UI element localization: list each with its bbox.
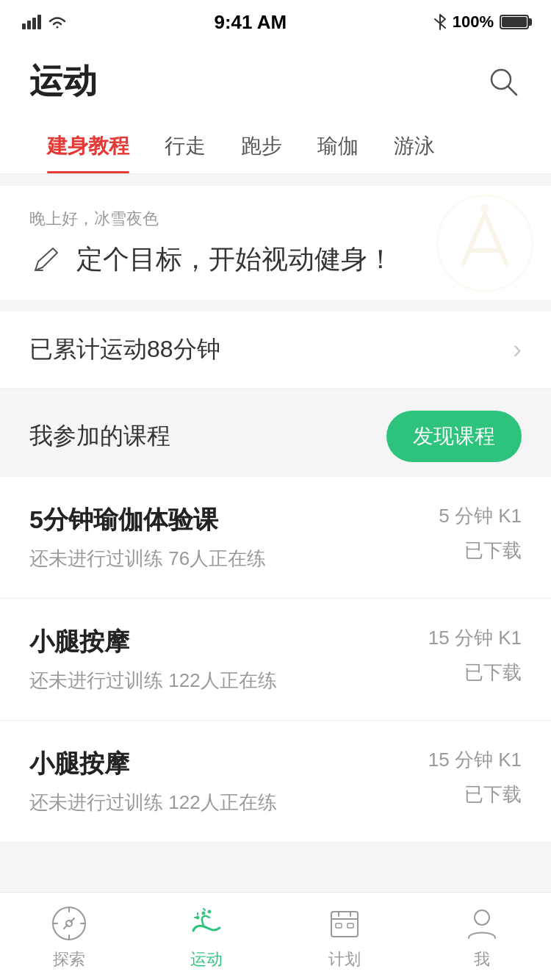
main-content: 晚上好，冰雪夜色 定个目标，开始视动健身！ 已累计运动88分钟 ›	[0, 186, 551, 938]
page-title: 运动	[29, 59, 97, 104]
course-duration: 5 分钟 K1	[439, 503, 522, 529]
tab-youyong[interactable]: 游泳	[376, 119, 453, 173]
course-name: 5分钟瑜伽体验课	[29, 503, 424, 537]
svg-point-5	[480, 203, 489, 212]
tab-xingzou[interactable]: 行走	[147, 119, 223, 173]
discover-courses-button[interactable]: 发现课程	[386, 411, 522, 462]
chevron-right-icon: ›	[513, 334, 522, 365]
search-button[interactable]	[485, 63, 522, 100]
stats-text: 已累计运动88分钟	[29, 334, 220, 366]
course-right: 5 分钟 K1 已下载	[439, 503, 522, 563]
nav-item-profile[interactable]: 我	[414, 903, 552, 970]
svg-rect-23	[347, 923, 353, 928]
course-item[interactable]: 小腿按摩 还未进行过训练 122人正在练 15 分钟 K1 已下载	[0, 599, 551, 721]
course-sub: 还未进行过训练 76人正在练	[29, 546, 424, 572]
svg-line-1	[508, 87, 516, 95]
compass-icon	[48, 903, 90, 944]
greeting-main-text: 定个目标，开始视动健身！	[76, 242, 394, 278]
nav-item-exercise[interactable]: 运动	[138, 903, 276, 970]
header: 运动 建身教程 行走 跑步 瑜伽 游泳	[0, 44, 551, 174]
svg-point-13	[202, 912, 205, 915]
nav-label-exercise: 运动	[190, 948, 223, 970]
course-right: 15 分钟 K1 已下载	[428, 747, 522, 807]
course-left: 5分钟瑜伽体验课 还未进行过训练 76人正在练	[29, 503, 424, 572]
course-name: 小腿按摩	[29, 747, 414, 781]
my-courses-section: 我参加的课程 发现课程	[0, 389, 551, 477]
courses-list: 5分钟瑜伽体验课 还未进行过训练 76人正在练 5 分钟 K1 已下载 小腿按摩…	[0, 477, 551, 843]
plan-icon	[324, 903, 365, 944]
tab-jianshen[interactable]: 建身教程	[29, 119, 147, 173]
tab-yujia[interactable]: 瑜伽	[300, 119, 376, 173]
course-left: 小腿按摩 还未进行过训练 122人正在练	[29, 747, 414, 815]
bluetooth-icon	[433, 13, 447, 31]
svg-point-24	[475, 910, 489, 925]
course-left: 小腿按摩 还未进行过训练 122人正在练	[29, 625, 414, 693]
pencil-icon	[29, 244, 62, 276]
status-left	[22, 14, 68, 30]
signal-icon	[22, 15, 41, 29]
battery-icon	[500, 15, 529, 29]
nav-label-profile: 我	[474, 948, 490, 970]
bg-logo	[433, 192, 536, 295]
course-duration: 15 分钟 K1	[428, 625, 522, 651]
course-name: 小腿按摩	[29, 625, 414, 659]
nav-label-plan: 计划	[328, 948, 361, 970]
search-icon	[487, 65, 519, 98]
nav-item-plan[interactable]: 计划	[276, 903, 414, 970]
greeting-banner[interactable]: 晚上好，冰雪夜色 定个目标，开始视动健身！	[0, 186, 551, 300]
course-download: 已下载	[428, 660, 522, 685]
bottom-nav: 探索 运动	[0, 892, 551, 980]
course-download: 已下载	[439, 538, 522, 563]
battery-percent: 100%	[453, 12, 494, 32]
nav-label-explore: 探索	[53, 948, 85, 970]
course-item[interactable]: 小腿按摩 还未进行过训练 122人正在练 15 分钟 K1 已下载	[0, 721, 551, 843]
stats-bar[interactable]: 已累计运动88分钟 ›	[0, 311, 551, 389]
svg-point-14	[208, 910, 211, 913]
my-courses-title: 我参加的课程	[29, 420, 170, 453]
course-sub: 还未进行过训练 122人正在练	[29, 790, 414, 815]
tab-paobu[interactable]: 跑步	[223, 119, 300, 173]
category-tabs: 建身教程 行走 跑步 瑜伽 游泳	[29, 119, 522, 173]
svg-rect-22	[336, 923, 342, 928]
course-duration: 15 分钟 K1	[428, 747, 522, 773]
status-time: 9:41 AM	[214, 11, 287, 34]
svg-point-0	[491, 70, 511, 89]
nav-item-explore[interactable]: 探索	[0, 903, 138, 970]
wifi-icon	[47, 14, 68, 30]
course-sub: 还未进行过训练 122人正在练	[29, 668, 414, 693]
status-right: 100%	[433, 12, 529, 32]
svg-line-17	[204, 909, 205, 910]
course-right: 15 分钟 K1 已下载	[428, 625, 522, 685]
running-icon	[186, 903, 227, 944]
status-bar: 9:41 AM 100%	[0, 0, 551, 44]
profile-icon	[461, 903, 503, 944]
course-download: 已下载	[428, 782, 522, 807]
course-item[interactable]: 5分钟瑜伽体验课 还未进行过训练 76人正在练 5 分钟 K1 已下载	[0, 477, 551, 599]
